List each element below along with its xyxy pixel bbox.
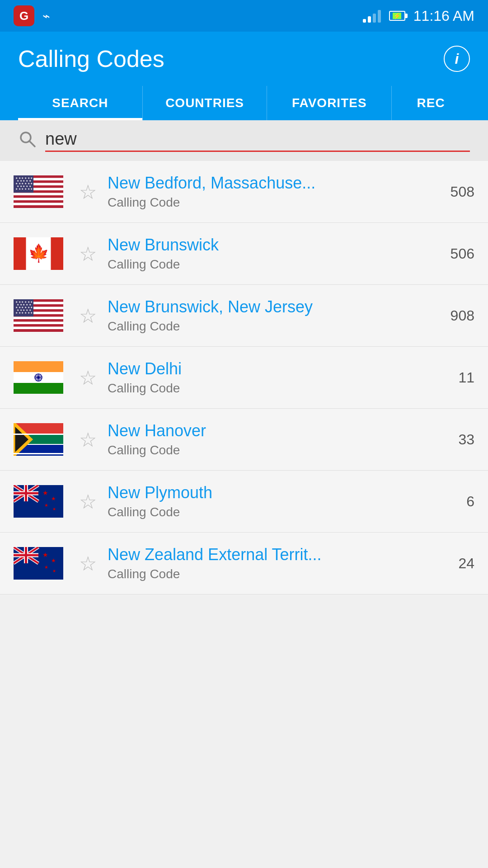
item-calling-code-label: Calling Code [108,443,458,458]
svg-rect-63 [14,434,63,435]
svg-line-1 [29,141,35,146]
list-item[interactable]: ★ ★ ★ ★ ☆ New Plymouth Calling Code 6 [0,471,488,533]
g-icon: G [14,5,34,26]
tab-countries[interactable]: COUNTRIES [143,86,267,120]
favorite-button[interactable]: ☆ [72,362,103,393]
flag-india [14,361,63,394]
flag-canada: 🍁 [14,237,63,270]
item-calling-code-label: Calling Code [108,319,450,334]
item-calling-code-label: Calling Code [108,505,466,519]
item-info: New Hanover Calling Code [108,421,458,458]
item-calling-code-label: Calling Code [108,195,450,210]
svg-rect-31 [14,322,63,325]
tab-bar: SEARCH COUNTRIES FAVORITES REC [18,86,470,120]
favorite-button[interactable]: ☆ [72,548,103,579]
item-name: New Brunswick, New Jersey [108,297,450,316]
svg-text:★: ★ [44,503,48,508]
status-time: 11:16 AM [413,8,474,24]
svg-rect-14 [14,203,63,206]
svg-text:★ ★ ★ ★ ★ ★: ★ ★ ★ ★ ★ ★ [15,188,33,190]
svg-rect-32 [14,327,63,330]
favorite-button[interactable]: ☆ [72,238,103,269]
status-bar-left: G ⌁ [14,5,50,26]
item-code: 11 [458,369,474,386]
list-item[interactable]: ★ ★ ★ ★ ☆ New Zealand External Territ...… [0,533,488,594]
list-item[interactable]: ★ ★ ★ ★ ★ ★ ★ ★ ★ ★ ★ ★ ★ ★ ★ ★ ★ ★ ★ ★ … [0,161,488,223]
item-code: 33 [458,431,474,448]
list-item[interactable]: 🍁 ☆ New Brunswick Calling Code 506 [0,223,488,285]
svg-rect-13 [14,200,63,203]
list-item[interactable]: ★ ★ ★ ★ ★ ★ ★ ★ ★ ★ ★ ★ ★ ★ ★ ★ ★ ★ ★ ★ … [0,285,488,347]
list-item[interactable]: ☆ New Hanover Calling Code 33 [0,409,488,471]
flag-new-zealand: ★ ★ ★ ★ [14,485,63,518]
favorite-button[interactable]: ☆ [72,424,103,455]
item-info: New Bedford, Massachuse... Calling Code [108,174,450,210]
svg-rect-11 [14,195,63,198]
app-title: Calling Codes [18,45,164,72]
search-bar [0,120,488,161]
search-input[interactable] [45,129,470,149]
list-item[interactable]: ☆ New Delhi Calling Code 11 [0,347,488,409]
svg-rect-12 [14,198,63,201]
search-icon [18,130,36,152]
flag-usa: ★ ★ ★ ★ ★ ★ ★ ★ ★ ★ ★ ★ ★ ★ ★ ★ ★ ★ ★ ★ … [14,299,63,332]
svg-text:★: ★ [52,507,56,511]
svg-text:★: ★ [44,565,48,570]
battery-icon: ⚡ [389,11,405,21]
item-info: New Zealand External Territ... Calling C… [108,545,458,581]
item-code: 24 [458,555,474,572]
status-bar: G ⌁ ⚡ 11:16 AM [0,0,488,32]
usb-icon: ⌁ [42,9,50,24]
item-name: New Bedford, Massachuse... [108,174,450,193]
svg-point-55 [38,377,39,378]
svg-rect-64 [14,453,63,454]
svg-text:★: ★ [42,489,48,496]
favorite-button[interactable]: ☆ [72,300,103,331]
flag-south-africa [14,423,63,456]
item-name: New Delhi [108,359,458,378]
item-info: New Brunswick Calling Code [108,236,450,272]
tab-search[interactable]: SEARCH [18,86,143,120]
app-header: Calling Codes i SEARCH COUNTRIES FAVORIT… [0,32,488,120]
svg-text:★: ★ [51,557,56,564]
item-calling-code-label: Calling Code [108,567,458,581]
svg-rect-10 [14,193,63,196]
svg-rect-24 [51,237,64,270]
svg-rect-15 [14,205,63,208]
item-name: New Plymouth [108,483,466,502]
item-name: New Hanover [108,421,458,440]
svg-text:★: ★ [42,551,48,558]
svg-rect-41 [14,383,63,394]
app-header-top: Calling Codes i [18,45,470,72]
info-button[interactable]: i [444,46,470,72]
item-code: 506 [450,245,474,262]
svg-rect-23 [14,237,26,270]
flag-new-zealand-2: ★ ★ ★ ★ [14,547,63,580]
tab-rec[interactable]: REC [392,86,470,120]
favorite-button[interactable]: ☆ [72,176,103,207]
svg-text:★: ★ [51,495,56,502]
signal-icon [363,9,381,23]
flag-usa: ★ ★ ★ ★ ★ ★ ★ ★ ★ ★ ★ ★ ★ ★ ★ ★ ★ ★ ★ ★ … [14,175,63,208]
search-underline [45,151,470,152]
svg-text:★: ★ [52,569,56,573]
item-info: New Delhi Calling Code [108,359,458,396]
search-input-wrap [45,129,470,152]
item-name: New Zealand External Territ... [108,545,458,564]
svg-rect-88 [14,554,38,557]
item-info: New Plymouth Calling Code [108,483,466,519]
status-bar-right: ⚡ 11:16 AM [363,8,474,24]
item-code: 908 [450,307,474,324]
item-code: 6 [466,493,474,510]
item-info: New Brunswick, New Jersey Calling Code [108,297,450,334]
tab-favorites[interactable]: FAVORITES [267,86,392,120]
favorite-button[interactable]: ☆ [72,486,103,517]
svg-text:🍁: 🍁 [28,243,50,264]
svg-text:★ ★ ★ ★ ★ ★: ★ ★ ★ ★ ★ ★ [15,311,33,314]
item-calling-code-label: Calling Code [108,257,450,272]
svg-rect-39 [14,361,63,372]
item-name: New Brunswick [108,236,450,255]
item-calling-code-label: Calling Code [108,381,458,396]
svg-rect-30 [14,317,63,320]
results-list: ★ ★ ★ ★ ★ ★ ★ ★ ★ ★ ★ ★ ★ ★ ★ ★ ★ ★ ★ ★ … [0,161,488,594]
